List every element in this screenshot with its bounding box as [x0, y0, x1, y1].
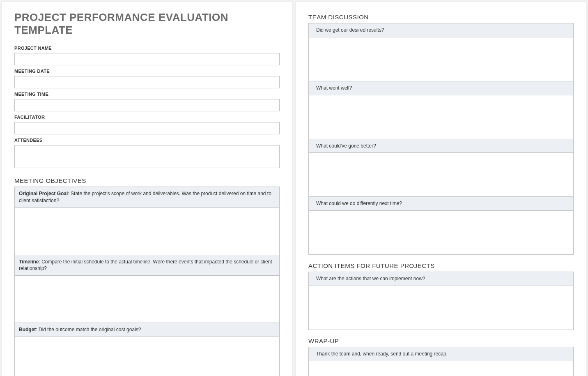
block-body-desired-results — [309, 37, 573, 81]
textarea-original-goal[interactable] — [17, 210, 277, 251]
block-header-went-well: What went well? — [309, 81, 573, 95]
input-attendees[interactable] — [14, 145, 280, 168]
label-project-name: PROJECT NAME — [14, 46, 280, 51]
block-body-original-goal — [15, 208, 279, 255]
textarea-timeline[interactable] — [17, 278, 277, 318]
block-went-well: What went well? — [308, 81, 574, 139]
block-header-wrap-up: Thank the team and, when ready, send out… — [309, 347, 573, 361]
block-body-differently — [309, 211, 573, 254]
page-left: PROJECT PERFORMANCE EVALUATION TEMPLATE … — [2, 2, 292, 376]
section-title-team-discussion: TEAM DISCUSSION — [308, 14, 574, 21]
block-header-original-goal: Original Project Goal: State the project… — [15, 187, 279, 208]
block-original-goal: Original Project Goal: State the project… — [14, 187, 280, 255]
block-body-gone-better — [309, 153, 573, 196]
block-body-wrap-up — [309, 361, 573, 376]
textarea-budget[interactable] — [17, 339, 277, 376]
textarea-went-well[interactable] — [311, 98, 571, 135]
label-meeting-time: MEETING TIME — [14, 92, 280, 97]
section-title-meeting-objectives: MEETING OBJECTIVES — [14, 177, 280, 184]
block-body-budget — [15, 337, 279, 376]
block-header-differently: What could we do differently next time? — [309, 197, 573, 211]
block-header-timeline: Timeline: Compare the initial schedule t… — [15, 255, 279, 276]
block-desired-results: Did we get our desired results? — [308, 23, 574, 81]
field-facilitator: FACILITATOR — [14, 115, 280, 134]
textarea-wrap-up[interactable] — [311, 364, 571, 376]
textarea-actions-now[interactable] — [311, 288, 571, 325]
input-project-name[interactable] — [14, 53, 280, 65]
section-title-wrap-up: WRAP-UP — [308, 337, 574, 344]
block-body-timeline — [15, 276, 279, 323]
field-meeting-time: MEETING TIME — [14, 92, 280, 111]
label-facilitator: FACILITATOR — [14, 115, 280, 120]
textarea-differently[interactable] — [311, 213, 571, 250]
input-meeting-date[interactable] — [14, 76, 280, 88]
label-meeting-date: MEETING DATE — [14, 69, 280, 74]
block-header-actions-now: What are the actions that we can impleme… — [309, 272, 573, 286]
input-facilitator[interactable] — [14, 122, 280, 134]
block-body-went-well — [309, 95, 573, 139]
field-project-name: PROJECT NAME — [14, 46, 280, 65]
input-meeting-time[interactable] — [14, 99, 280, 111]
section-title-action-items: ACTION ITEMS FOR FUTURE PROJECTS — [308, 262, 574, 269]
block-header-desired-results: Did we get our desired results? — [309, 23, 573, 37]
block-header-gone-better: What could've gone better? — [309, 139, 573, 153]
label-attendees: ATTENDEES — [14, 138, 280, 143]
block-wrap-up: Thank the team and, when ready, send out… — [308, 347, 574, 376]
block-body-actions-now — [309, 286, 573, 330]
textarea-gone-better[interactable] — [311, 155, 571, 192]
page-title: PROJECT PERFORMANCE EVALUATION TEMPLATE — [14, 11, 280, 37]
field-meeting-date: MEETING DATE — [14, 69, 280, 88]
textarea-desired-results[interactable] — [311, 40, 571, 77]
block-differently: What could we do differently next time? — [308, 197, 574, 255]
field-attendees: ATTENDEES — [14, 138, 280, 170]
block-actions-now: What are the actions that we can impleme… — [308, 272, 574, 330]
block-budget: Budget: Did the outcome match the origin… — [14, 323, 280, 376]
block-timeline: Timeline: Compare the initial schedule t… — [14, 255, 280, 323]
block-gone-better: What could've gone better? — [308, 139, 574, 197]
page-right: TEAM DISCUSSION Did we get our desired r… — [296, 2, 586, 376]
panels-container: PROJECT PERFORMANCE EVALUATION TEMPLATE … — [2, 2, 586, 376]
block-header-budget: Budget: Did the outcome match the origin… — [15, 323, 279, 337]
